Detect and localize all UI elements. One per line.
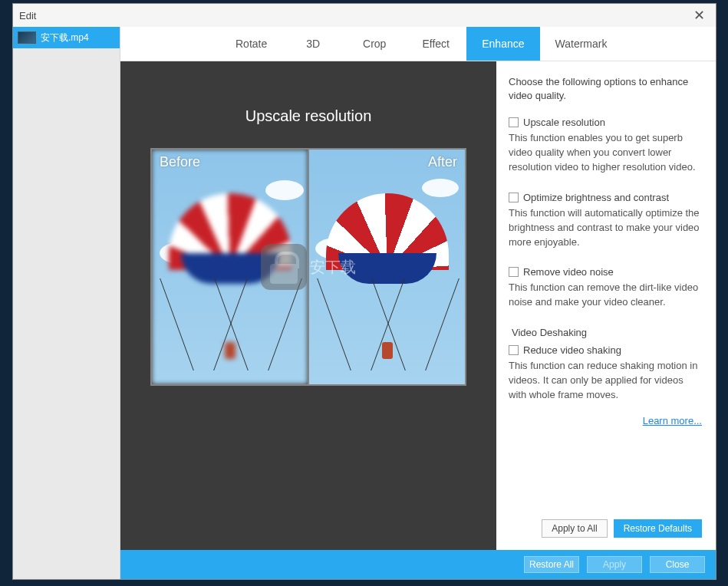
after-image — [308, 150, 465, 384]
edit-window: Edit ✕ 安下载.mp4 Rotate 3D Crop Effect Enh… — [12, 3, 716, 580]
tab-watermark[interactable]: Watermark — [540, 27, 623, 61]
close-button[interactable]: Close — [650, 556, 705, 573]
checkbox-remove-noise[interactable]: Remove video noise — [509, 266, 702, 278]
checkbox-icon — [509, 267, 519, 277]
restore-defaults-button[interactable]: Restore Defaults — [614, 519, 702, 538]
before-label: Before — [160, 154, 200, 170]
checkbox-icon — [509, 193, 519, 202]
tab-3d[interactable]: 3D — [282, 27, 344, 61]
file-sidebar: 安下载.mp4 — [13, 27, 120, 579]
checkbox-label: Upscale resolution — [523, 117, 605, 128]
checkbox-label: Remove video noise — [523, 266, 614, 278]
deshaking-heading: Video Deshaking — [512, 327, 702, 338]
option-desc: This function can remove the dirt-like v… — [509, 281, 702, 310]
checkbox-icon — [509, 345, 519, 355]
option-desc: This function can reduce shaking motion … — [509, 359, 702, 403]
checkbox-label: Reduce video shaking — [523, 344, 621, 356]
file-tab[interactable]: 安下载.mp4 — [13, 27, 120, 48]
checkbox-icon — [509, 117, 519, 127]
edit-tabs: Rotate 3D Crop Effect Enhance Watermark — [120, 27, 716, 61]
restore-all-button[interactable]: Restore All — [524, 556, 579, 573]
learn-more-link[interactable]: Learn more... — [643, 415, 702, 426]
window-title: Edit — [19, 10, 36, 21]
file-thumbnail-icon — [18, 31, 36, 44]
before-after-box: Before After 安下载 — [150, 148, 466, 386]
tab-rotate[interactable]: Rotate — [220, 27, 282, 61]
before-image — [152, 150, 308, 384]
options-intro: Choose the following options to enhance … — [509, 75, 702, 103]
checkbox-upscale[interactable]: Upscale resolution — [509, 117, 702, 128]
file-tab-label: 安下载.mp4 — [41, 31, 89, 44]
titlebar: Edit ✕ — [13, 4, 716, 27]
checkbox-optimize[interactable]: Optimize brightness and contrast — [509, 192, 702, 203]
checkbox-label: Optimize brightness and contrast — [523, 192, 669, 203]
option-desc: This function enables you to get superb … — [509, 131, 702, 175]
preview-pane: Upscale resolution — [120, 61, 496, 550]
apply-button[interactable]: Apply — [587, 556, 642, 573]
option-desc: This function will automatically optimiz… — [509, 206, 702, 250]
after-label: After — [428, 154, 457, 170]
close-icon[interactable]: ✕ — [689, 7, 710, 24]
enhance-options: Choose the following options to enhance … — [496, 61, 716, 550]
tab-enhance[interactable]: Enhance — [466, 27, 539, 61]
apply-to-all-button[interactable]: Apply to All — [542, 519, 607, 538]
tab-crop[interactable]: Crop — [344, 27, 405, 61]
checkbox-deshake[interactable]: Reduce video shaking — [509, 344, 702, 356]
tab-effect[interactable]: Effect — [405, 27, 466, 61]
preview-title: Upscale resolution — [245, 107, 372, 125]
dialog-footer: Restore All Apply Close — [120, 550, 716, 579]
